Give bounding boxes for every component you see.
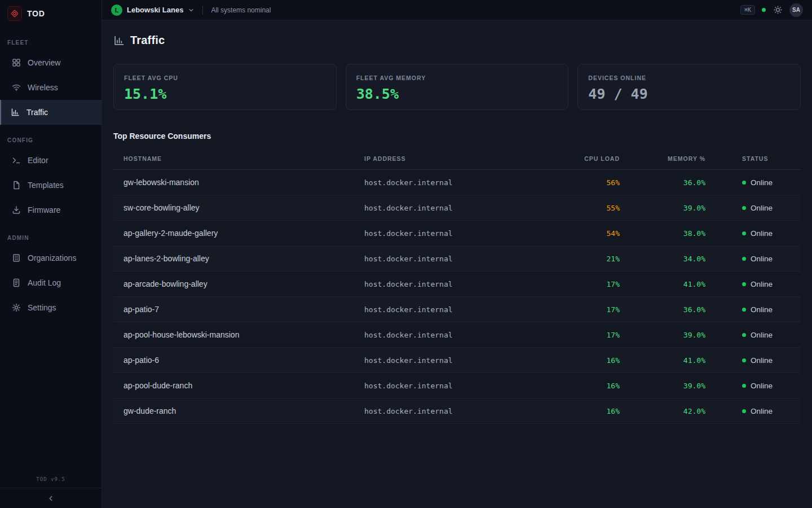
memory-cell: 42.0%: [620, 407, 705, 415]
sidebar-collapse-button[interactable]: [0, 488, 102, 508]
column-header-cpu: CPU LOAD: [541, 155, 620, 162]
sidebar-item-audit-log[interactable]: Audit Log: [0, 270, 102, 295]
table-row[interactable]: ap-pool-dude-ranch host.docker.internal …: [113, 373, 801, 398]
memory-cell: 41.0%: [620, 280, 705, 288]
command-palette-shortcut[interactable]: ⌘K: [740, 5, 755, 15]
online-dot: [742, 282, 746, 286]
building-icon: [11, 253, 21, 263]
stat-value: 49 / 49: [588, 86, 790, 102]
memory-cell: 39.0%: [620, 331, 705, 339]
table-row[interactable]: gw-lebowski-mansion host.docker.internal…: [113, 170, 801, 195]
grid-icon: [11, 58, 21, 68]
bar-chart-icon: [10, 108, 20, 117]
table-row[interactable]: ap-patio-7 host.docker.internal 17% 36.0…: [113, 297, 801, 322]
nav-section-admin: ADMIN: [0, 235, 102, 241]
cpu-load-cell: 16%: [541, 407, 620, 415]
status-cell: Online: [705, 255, 801, 263]
chevron-left-icon: [47, 494, 55, 502]
status-label: Online: [751, 280, 773, 288]
cpu-load-cell: 16%: [541, 356, 620, 365]
memory-cell: 39.0%: [620, 382, 705, 390]
app-root: TOD FLEET Overview: [0, 0, 812, 508]
document-icon: [11, 278, 21, 288]
memory-cell: 41.0%: [620, 356, 705, 365]
org-switcher[interactable]: L Lebowski Lanes: [111, 5, 195, 16]
online-dot: [742, 257, 746, 261]
ip-address-cell: host.docker.internal: [364, 178, 541, 187]
top-header: L Lebowski Lanes All systems nominal ⌘K: [102, 0, 812, 20]
sidebar: TOD FLEET Overview: [0, 0, 102, 508]
org-badge: L: [111, 5, 122, 16]
stat-label: DEVICES ONLINE: [588, 75, 790, 81]
chevron-down-icon: [188, 7, 195, 14]
table-row[interactable]: ap-gallery-2-maude-gallery host.docker.i…: [113, 221, 801, 246]
cpu-load-cell: 54%: [541, 229, 620, 238]
column-header-ip: IP ADDRESS: [364, 155, 541, 162]
status-label: Online: [751, 255, 773, 263]
stat-value: 15.1%: [124, 86, 326, 102]
online-dot: [742, 358, 746, 362]
sidebar-item-label: Settings: [28, 303, 56, 312]
memory-cell: 39.0%: [620, 204, 705, 212]
stat-card-memory: FLEET AVG MEMORY 38.5%: [346, 64, 569, 110]
app-name: TOD: [27, 9, 45, 18]
status-label: Online: [751, 407, 773, 415]
hostname-cell: ap-gallery-2-maude-gallery: [113, 229, 364, 238]
table-row[interactable]: ap-arcade-bowling-alley host.docker.inte…: [113, 271, 801, 297]
table-row[interactable]: ap-pool-house-lebowski-mansion host.dock…: [113, 322, 801, 348]
main-area: L Lebowski Lanes All systems nominal ⌘K: [102, 0, 812, 508]
status-label: Online: [751, 229, 773, 238]
health-dot: [762, 8, 766, 12]
status-label: Online: [751, 305, 773, 314]
app-logo-icon: [7, 6, 22, 21]
status-cell: Online: [705, 229, 801, 238]
sidebar-item-settings[interactable]: Settings: [0, 295, 102, 320]
memory-cell: 36.0%: [620, 305, 705, 314]
org-name: Lebowski Lanes: [127, 6, 183, 14]
memory-cell: 34.0%: [620, 255, 705, 263]
hostname-cell: ap-pool-dude-ranch: [113, 381, 364, 390]
ip-address-cell: host.docker.internal: [364, 305, 541, 314]
sidebar-item-traffic[interactable]: Traffic: [0, 100, 102, 125]
sidebar-item-label: Templates: [28, 181, 64, 190]
sun-icon: [774, 6, 782, 14]
table-row[interactable]: gw-dude-ranch host.docker.internal 16% 4…: [113, 398, 801, 424]
online-dot: [742, 231, 746, 235]
sidebar-item-wireless[interactable]: Wireless: [0, 75, 102, 100]
sidebar-item-templates[interactable]: Templates: [0, 173, 102, 198]
column-header-status: STATUS: [705, 155, 801, 162]
status-label: Online: [751, 178, 773, 187]
header-divider: [202, 6, 203, 15]
table-row[interactable]: ap-patio-6 host.docker.internal 16% 41.0…: [113, 348, 801, 373]
sidebar-item-organizations[interactable]: Organizations: [0, 246, 102, 270]
hostname-cell: gw-lebowski-mansion: [113, 178, 364, 187]
online-dot: [742, 308, 746, 312]
sidebar-item-label: Organizations: [28, 253, 76, 262]
column-header-memory: MEMORY %: [620, 155, 705, 162]
sidebar-item-label: Traffic: [27, 108, 48, 117]
sidebar-item-firmware[interactable]: Firmware: [0, 198, 102, 222]
table-row[interactable]: ap-lanes-2-bowling-alley host.docker.int…: [113, 246, 801, 271]
user-avatar[interactable]: SA: [789, 3, 803, 17]
app-logo[interactable]: TOD: [0, 0, 102, 27]
cpu-load-cell: 16%: [541, 382, 620, 390]
sidebar-item-editor[interactable]: Editor: [0, 148, 102, 173]
sidebar-item-label: Wireless: [28, 83, 58, 92]
ip-address-cell: host.docker.internal: [364, 356, 541, 365]
status-label: Online: [751, 356, 773, 365]
wifi-icon: [11, 83, 21, 93]
sidebar-item-overview[interactable]: Overview: [0, 50, 102, 75]
stat-card-cpu: FLEET AVG CPU 15.1%: [113, 64, 337, 110]
sidebar-item-label: Editor: [28, 156, 48, 165]
hostname-cell: ap-patio-7: [113, 305, 364, 314]
stat-card-devices: DEVICES ONLINE 49 / 49: [577, 64, 801, 110]
page-title: Traffic: [130, 34, 165, 47]
status-cell: Online: [705, 356, 801, 365]
table-row[interactable]: sw-core-bowling-alley host.docker.intern…: [113, 195, 801, 221]
resource-table: HOSTNAME IP ADDRESS CPU LOAD MEMORY % ST…: [113, 147, 801, 424]
memory-cell: 36.0%: [620, 178, 705, 187]
online-dot: [742, 206, 746, 210]
nav-section-config: CONFIG: [0, 137, 102, 143]
bar-chart-icon: [113, 35, 125, 46]
theme-toggle-button[interactable]: [773, 5, 783, 15]
